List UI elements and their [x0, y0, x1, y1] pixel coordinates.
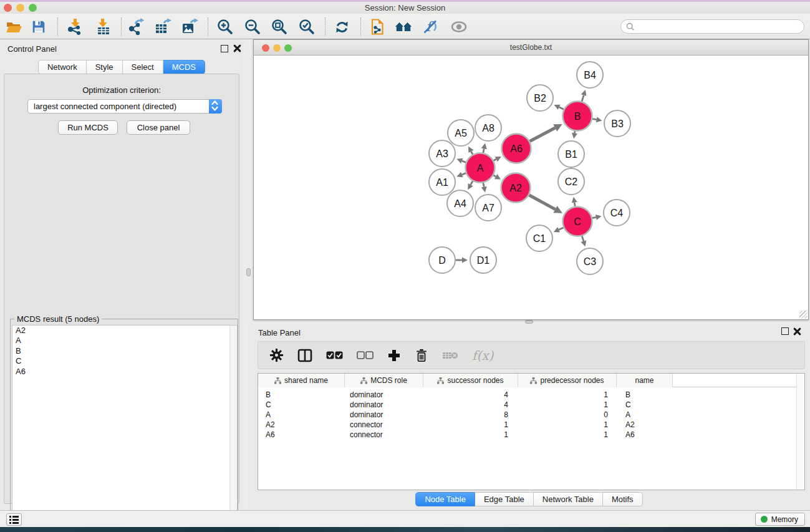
tab-mcds[interactable]: MCDS: [163, 60, 205, 74]
edge-A-A2[interactable]: [493, 175, 496, 177]
select-all-button[interactable]: [326, 351, 343, 359]
network-graph[interactable]: B4B2BB3A8A5A6A3B1AA1C2A2A4A7C4CC1C3DD1: [254, 56, 808, 319]
table-row[interactable]: A6connector11A6: [258, 430, 804, 440]
close-traffic-light[interactable]: [4, 4, 12, 12]
edge-C-C3[interactable]: [582, 236, 584, 241]
result-item[interactable]: A2: [12, 326, 237, 336]
export-image-button[interactable]: [179, 17, 200, 37]
edge-A-A3[interactable]: [462, 161, 466, 162]
result-scrollbar[interactable]: [229, 326, 237, 532]
zoom-traffic-light[interactable]: [29, 4, 37, 12]
network-canvas[interactable]: B4B2BB3A8A5A6A3B1AA1C2A2A4A7C4CC1C3DD1: [254, 56, 808, 319]
tab-network-table[interactable]: Network Table: [534, 492, 603, 506]
column-header-predecessor-nodes[interactable]: predecessor nodes: [518, 374, 617, 387]
delete-row-button[interactable]: [415, 348, 428, 363]
table-cell: 8: [423, 410, 508, 420]
node-label-A7: A7: [482, 203, 494, 213]
result-item[interactable]: C: [12, 356, 237, 366]
window-resize-grip[interactable]: [799, 311, 808, 319]
float-panel-icon[interactable]: [221, 45, 228, 52]
delete-table-button[interactable]: [442, 351, 458, 360]
table-row[interactable]: Bdominator41B: [258, 390, 804, 400]
close-panel-icon[interactable]: [233, 44, 241, 52]
edge-C-C4[interactable]: [592, 217, 596, 218]
close-panel-button[interactable]: Close panel: [127, 120, 190, 135]
column-header-MCDS-role[interactable]: MCDS role: [345, 374, 423, 387]
edge-A-A5[interactable]: [471, 152, 473, 155]
table-row[interactable]: A2connector11A2: [258, 420, 804, 430]
export-network-button[interactable]: [125, 17, 147, 37]
result-item[interactable]: A6: [12, 367, 237, 377]
settings-gear-button[interactable]: [269, 348, 284, 362]
deselect-all-button[interactable]: [357, 351, 374, 359]
result-item[interactable]: A: [12, 336, 237, 346]
edge-A2-C[interactable]: [529, 195, 556, 210]
edge-A-A7[interactable]: [483, 183, 484, 187]
net-close-traffic-light[interactable]: [262, 44, 269, 52]
edge-A6-B[interactable]: [530, 128, 556, 142]
network-window-title: testGlobe.txt: [254, 40, 808, 56]
zoom-selected-button[interactable]: [296, 17, 317, 37]
search-input[interactable]: [620, 19, 804, 34]
edge-B-B4[interactable]: [582, 95, 584, 102]
home-button[interactable]: [393, 17, 414, 37]
memory-button[interactable]: Memory: [755, 513, 805, 526]
net-minimize-traffic-light[interactable]: [273, 44, 281, 52]
zoom-out-button[interactable]: [242, 17, 263, 37]
add-row-button[interactable]: [387, 349, 401, 362]
node-table[interactable]: shared nameMCDS rolesuccessor nodesprede…: [258, 373, 805, 490]
save-session-button[interactable]: [28, 17, 49, 37]
column-header-successor-nodes[interactable]: successor nodes: [423, 374, 518, 387]
tab-node-table[interactable]: Node Table: [415, 492, 475, 506]
criterion-dropdown[interactable]: largest connected component (directed): [27, 99, 222, 114]
table-panel-tabs: Node TableEdge TableNetwork TableMotifs: [248, 492, 810, 506]
tab-network[interactable]: Network: [38, 60, 87, 74]
run-mcds-button[interactable]: Run MCDS: [58, 120, 118, 135]
column-header-shared-name[interactable]: shared name: [258, 374, 345, 387]
column-header-name[interactable]: name: [617, 374, 673, 387]
function-builder-button[interactable]: f(x): [472, 348, 493, 363]
close-table-panel-icon[interactable]: [793, 327, 801, 336]
table-cell: A2: [625, 420, 635, 430]
network-file-button[interactable]: [367, 17, 388, 37]
edge-A-A4[interactable]: [471, 181, 473, 185]
table-row[interactable]: Adominator80A: [258, 410, 804, 420]
tab-edge-table[interactable]: Edge Table: [475, 492, 534, 506]
zoom-in-button[interactable]: [215, 17, 236, 37]
tab-style[interactable]: Style: [87, 60, 123, 74]
tab-select[interactable]: Select: [123, 60, 163, 74]
table-scrollbar[interactable]: [796, 374, 804, 490]
edge-A-A6[interactable]: [494, 159, 496, 160]
edge-C-C2[interactable]: [574, 203, 575, 206]
edge-B-B1[interactable]: [575, 131, 576, 133]
edge-A-A1[interactable]: [462, 173, 466, 175]
hide-details-button[interactable]: f: [420, 17, 441, 37]
horizontal-divider-grip[interactable]: [525, 320, 533, 324]
float-table-panel-icon[interactable]: [781, 327, 789, 335]
node-label-A6: A6: [510, 143, 523, 154]
node-label-A8: A8: [482, 123, 494, 133]
edge-B-B3[interactable]: [592, 119, 597, 120]
result-item[interactable]: B: [12, 346, 237, 356]
table-cell: 1: [518, 430, 608, 440]
task-history-button[interactable]: [6, 513, 22, 526]
refresh-button[interactable]: [331, 17, 352, 37]
import-network-button[interactable]: [64, 17, 85, 37]
vertical-divider-grip[interactable]: [246, 268, 251, 276]
table-row[interactable]: Cdominator41C: [258, 400, 804, 410]
tab-motifs[interactable]: Motifs: [603, 492, 643, 506]
export-table-button[interactable]: [152, 17, 173, 37]
zoom-fit-button[interactable]: [269, 17, 290, 37]
toolbar-separator: [208, 17, 208, 36]
edge-B-B2[interactable]: [559, 107, 564, 110]
minimize-traffic-light[interactable]: [16, 4, 24, 12]
edge-A-A8[interactable]: [483, 148, 484, 153]
network-window-titlebar[interactable]: testGlobe.txt: [254, 40, 808, 56]
edge-C-C1[interactable]: [559, 228, 564, 230]
import-table-button[interactable]: [93, 17, 114, 37]
net-zoom-traffic-light[interactable]: [284, 44, 292, 52]
mcds-result-list[interactable]: A2ABCA6: [12, 325, 238, 532]
eye-button[interactable]: [448, 17, 470, 37]
column-view-button[interactable]: [297, 349, 312, 362]
open-session-button[interactable]: [3, 17, 24, 37]
